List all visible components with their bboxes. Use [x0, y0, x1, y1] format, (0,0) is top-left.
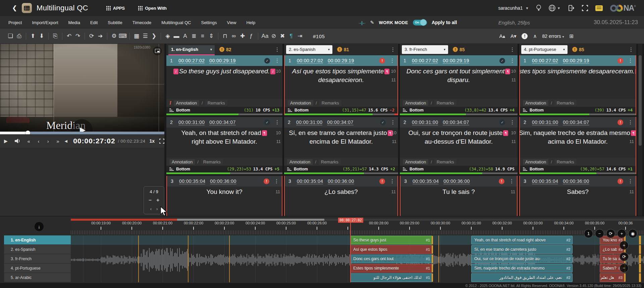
- column-menu-button[interactable]: ⋮: [628, 47, 634, 53]
- subtitle-text-area[interactable]: ¿Lo sabes?11: [285, 187, 397, 216]
- menu-item-import-export[interactable]: Import/Export: [27, 20, 63, 25]
- timeline-canvas[interactable]: 00:00:19:0000:00:20:0000:00:21:0000:00:2…: [71, 216, 644, 283]
- prev-frame-button[interactable]: ‹: [34, 138, 43, 144]
- column-menu-button[interactable]: ⋮: [509, 47, 516, 53]
- font-style-icon[interactable]: A: [181, 29, 190, 44]
- subtitle-text-line[interactable]: Sabes?: [520, 188, 636, 196]
- link-subtitles-icon[interactable]: ∞: [229, 29, 238, 44]
- timeline-collapse-button[interactable]: ↓: [35, 222, 44, 231]
- subtitle-text-line[interactable]: desaparecieron.: [285, 76, 397, 84]
- timeline-block[interactable]: Oui, sur ce tronçon de route juste au-#2: [471, 255, 573, 263]
- columns-scrollbar[interactable]: [638, 44, 642, 216]
- remarks-tab[interactable]: Remarks: [554, 100, 577, 106]
- timeline-block[interactable]: Yeah, on that stretch of road right abov…: [471, 236, 573, 244]
- menu-item-media[interactable]: Media: [63, 20, 85, 25]
- video-frame[interactable]: 1920x1080 Meridian ▶ So these guys just …: [0, 44, 164, 132]
- start-timecode[interactable]: 00:00:27:02: [297, 58, 323, 64]
- step-back-icon[interactable]: ◀: [63, 139, 69, 143]
- start-timecode[interactable]: 00:00:27:02: [178, 58, 205, 64]
- timeline-zoom-out-button[interactable]: −: [595, 229, 604, 238]
- start-timecode[interactable]: 00:00:31:00: [296, 120, 322, 125]
- end-timecode[interactable]: 00:00:29:19: [443, 58, 469, 64]
- wrap-text-icon[interactable]: ⇥: [296, 29, 304, 44]
- apps-button[interactable]: APPS: [106, 6, 125, 11]
- annotation-tab[interactable]: Annotation: [288, 100, 313, 106]
- subtitle-text-area[interactable]: Sabes?11: [520, 187, 636, 216]
- subtitle-text-line[interactable]: Donc ces gars ont tout simplement¶: [400, 67, 518, 76]
- subtitle-text-line[interactable]: right above El Matador.: [166, 137, 282, 146]
- subtitle-text-line[interactable]: acima do El Matador.: [520, 137, 636, 146]
- remarks-tab[interactable]: Remarks: [205, 100, 227, 106]
- timeline-zoom-in-button[interactable]: +: [617, 229, 626, 238]
- subtitle-text-line[interactable]: Yeah, on that stretch of road¶: [166, 129, 282, 137]
- start-timecode[interactable]: 00:00:27:02: [532, 58, 558, 64]
- sign-out-icon[interactable]: [568, 5, 575, 11]
- subtitle-card[interactable]: 200:00:31:0000:00:34:07✓⋮Yeah, on that s…: [166, 117, 282, 174]
- refresh-icon[interactable]: ⟳: [87, 29, 96, 44]
- card-menu-button[interactable]: ⋮: [275, 58, 280, 64]
- send-icon[interactable]: ➔: [96, 29, 105, 44]
- feedback-chat-icon[interactable]: [595, 5, 603, 11]
- merge-subtitles-icon[interactable]: ⊓: [221, 29, 229, 44]
- subtitle-text-area[interactable]: Así que estos tipos simplemente¶desapare…: [285, 66, 397, 99]
- timeline-track-3-fr-french[interactable]: 3. fr-French: [4, 254, 71, 263]
- error-info-icon[interactable]: !: [522, 33, 528, 39]
- remarks-tab[interactable]: Remarks: [434, 159, 457, 165]
- start-timecode[interactable]: 00:00:31:00: [412, 120, 438, 125]
- annotation-tab[interactable]: Annotation: [287, 159, 313, 165]
- open-with-button[interactable]: Open With: [138, 6, 167, 11]
- menu-item-project[interactable]: Project: [3, 20, 27, 25]
- subtitle-card[interactable]: 300:00:35:0400:00:36:00!⋮You know it?11: [166, 176, 282, 216]
- vertical-fit-icon[interactable]: ⇕: [207, 29, 216, 44]
- card-menu-button[interactable]: ⋮: [275, 119, 280, 125]
- subtitle-text-line[interactable]: Así que estos tipos simplemente¶: [285, 67, 397, 76]
- card-menu-button[interactable]: ⋮: [510, 119, 515, 125]
- pager-zoom-in-button[interactable]: +: [156, 198, 159, 203]
- card-menu-button[interactable]: ⋮: [510, 58, 515, 64]
- start-timecode[interactable]: 00:00:31:00: [178, 120, 205, 125]
- timeline-block[interactable]: Estes tipos simplesmente#1: [350, 264, 433, 273]
- keyboard-shortcuts-icon[interactable]: ⌨: [118, 29, 127, 44]
- card-menu-button[interactable]: ⋮: [628, 58, 633, 64]
- subtitle-text-area[interactable]: Oui, sur ce tronçon de route juste¶au-de…: [400, 128, 518, 158]
- redo-icon[interactable]: ↷: [73, 29, 82, 44]
- annotation-tab[interactable]: Annotation: [169, 159, 195, 165]
- end-timecode[interactable]: 00:00:29:19: [209, 58, 235, 64]
- playback-speed[interactable]: 1x: [149, 138, 155, 144]
- menu-item-edit[interactable]: Edit: [85, 20, 103, 25]
- grid-view-button[interactable]: ⊞: [569, 33, 574, 39]
- subtitle-text-line[interactable]: disparu.: [400, 76, 518, 84]
- subtitle-text-area[interactable]: Tu le sais ?11: [400, 187, 517, 216]
- timeline-scroll-thumb[interactable]: [177, 219, 324, 221]
- menu-item-help[interactable]: Help: [241, 20, 260, 25]
- font-increase-button[interactable]: A▴: [499, 33, 505, 39]
- timeline-side-reset-zoom-button[interactable]: ⟳: [620, 252, 629, 261]
- subtitle-card[interactable]: 100:00:27:0200:00:29:19!⋮Así que estos t…: [284, 55, 398, 115]
- subtitle-card[interactable]: 100:00:27:0200:00:29:19✓⋮ISo these guys …: [166, 55, 282, 115]
- subtitle-card[interactable]: 200:00:31:0000:00:34:07!⋮Sim, naquele tr…: [519, 117, 636, 174]
- work-mode-toggle[interactable]: On: [413, 20, 427, 25]
- merge-arrows-icon[interactable]: →|←: [358, 20, 366, 25]
- language-globe-button[interactable]: ▼: [548, 4, 560, 12]
- end-timecode[interactable]: 00:00:36:00: [563, 178, 589, 184]
- subtitle-text-area[interactable]: Sim, naquele trecho de estrada mesmo¶aci…: [520, 128, 636, 158]
- start-timecode[interactable]: 00:00:27:02: [412, 58, 438, 64]
- timeline-track-2-es-spanish[interactable]: 2. es-Spanish: [4, 245, 71, 254]
- subtitle-card[interactable]: 300:00:35:0400:00:36:00!⋮¿Lo sabes?11: [284, 176, 398, 216]
- end-timecode[interactable]: 00:00:29:19: [563, 58, 589, 64]
- subtitle-text-line[interactable]: Sí, en ese tramo de carretera justo¶: [284, 129, 398, 137]
- timeline-track-4-pt-portuguese[interactable]: 4. pt-Portuguese: [4, 264, 71, 273]
- save-project-icon[interactable]: ⎙: [15, 29, 23, 44]
- subtitle-text-line[interactable]: ISo these guys just disappeared.I: [166, 67, 282, 76]
- timeline-reset-zoom-button[interactable]: ⟳: [606, 229, 615, 238]
- end-timecode[interactable]: 00:00:34:07: [327, 120, 353, 125]
- lightbulb-icon[interactable]: [536, 5, 541, 11]
- timeline-block[interactable]: هل تعلم؟#3: [600, 273, 626, 282]
- end-timecode[interactable]: 00:00:36:00: [328, 178, 354, 184]
- annotation-tab[interactable]: Annotation: [523, 100, 548, 106]
- column-menu-button[interactable]: ⋮: [390, 47, 396, 53]
- start-timecode[interactable]: 00:00:35:04: [532, 178, 558, 184]
- play-button[interactable]: ▶: [0, 138, 12, 144]
- remarks-tab[interactable]: Remarks: [319, 100, 341, 106]
- end-timecode[interactable]: 00:00:34:07: [209, 120, 235, 125]
